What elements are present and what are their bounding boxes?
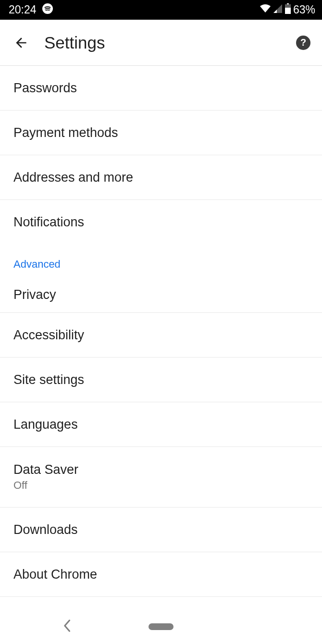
- status-bar: 20:24 63%: [0, 0, 322, 20]
- settings-item-site-settings[interactable]: Site settings: [0, 358, 322, 402]
- battery-percent: 63%: [293, 3, 315, 16]
- page-title: Settings: [44, 33, 296, 52]
- status-time: 20:24: [9, 3, 37, 16]
- app-bar: Settings ?: [0, 20, 322, 66]
- item-label: Site settings: [13, 372, 309, 387]
- nav-back-button[interactable]: [62, 619, 71, 634]
- settings-item-downloads[interactable]: Downloads: [0, 508, 322, 552]
- settings-item-passwords[interactable]: Passwords: [0, 66, 322, 111]
- item-label: Downloads: [13, 522, 309, 537]
- help-button[interactable]: ?: [296, 36, 310, 50]
- settings-item-privacy[interactable]: Privacy: [0, 274, 322, 313]
- settings-item-notifications[interactable]: Notifications: [0, 200, 322, 245]
- item-label: Accessibility: [13, 328, 309, 343]
- settings-item-about-chrome[interactable]: About Chrome: [0, 552, 322, 597]
- item-label: Passwords: [13, 81, 309, 96]
- wifi-icon: [260, 3, 271, 16]
- settings-list: Passwords Payment methods Addresses and …: [0, 66, 322, 597]
- navigation-bar: [0, 609, 322, 644]
- chevron-left-icon: [62, 619, 71, 632]
- item-label: Notifications: [13, 215, 309, 230]
- item-label: About Chrome: [13, 567, 309, 582]
- battery-icon: [285, 3, 291, 17]
- item-label: Data Saver: [13, 462, 309, 477]
- svg-rect-3: [285, 8, 291, 14]
- item-label: Privacy: [13, 287, 309, 302]
- status-right: 63%: [260, 3, 315, 17]
- settings-item-payment-methods[interactable]: Payment methods: [0, 111, 322, 155]
- settings-item-addresses[interactable]: Addresses and more: [0, 155, 322, 200]
- arrow-back-icon: [13, 35, 29, 50]
- item-label: Addresses and more: [13, 170, 309, 185]
- settings-item-accessibility[interactable]: Accessibility: [0, 313, 322, 358]
- settings-item-data-saver[interactable]: Data Saver Off: [0, 447, 322, 508]
- help-icon: ?: [300, 37, 306, 48]
- svg-rect-1: [287, 3, 289, 4]
- item-label: Payment methods: [13, 125, 309, 140]
- settings-item-languages[interactable]: Languages: [0, 402, 322, 447]
- item-sublabel: Off: [13, 479, 309, 492]
- cell-signal-icon: [273, 3, 283, 16]
- back-button[interactable]: [12, 33, 31, 52]
- spotify-icon: [42, 3, 53, 17]
- nav-home-pill[interactable]: [149, 623, 173, 630]
- item-label: Languages: [13, 417, 309, 432]
- status-left: 20:24: [9, 3, 53, 17]
- section-header-advanced: Advanced: [0, 245, 322, 274]
